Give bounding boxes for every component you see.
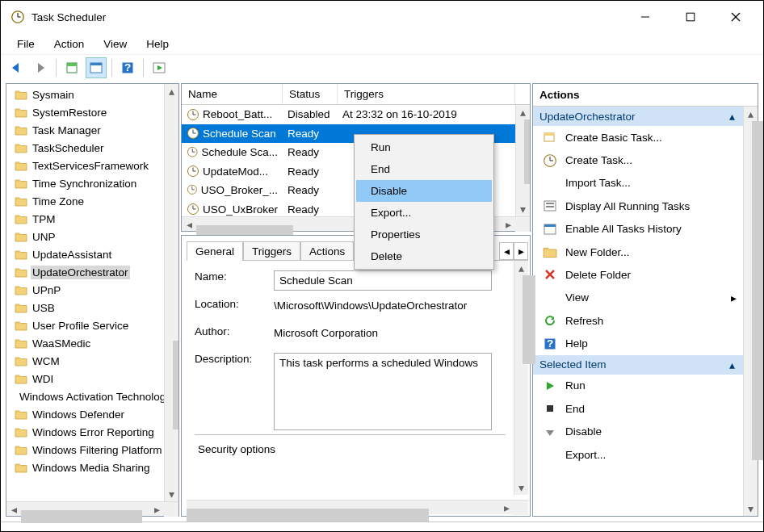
action-create-basic-task-[interactable]: Create Basic Task...	[533, 126, 743, 149]
tree-folder[interactable]: User Profile Service	[15, 316, 164, 334]
task-location-value: \Microsoft\Windows\UpdateOrchestrator	[274, 298, 467, 312]
scroll-down-icon[interactable]: ▾	[165, 487, 179, 501]
tree-folder[interactable]: TPM	[15, 210, 164, 228]
tree-folder[interactable]: Task Manager	[15, 121, 164, 139]
tree-folder[interactable]: SystemRestore	[15, 103, 164, 121]
scroll-up-icon[interactable]: ▴	[744, 107, 758, 121]
folder-tree[interactable]: SysmainSystemRestoreTask ManagerTaskSche…	[6, 84, 164, 501]
scroll-down-icon[interactable]: ▾	[514, 480, 529, 495]
action-enable-all-tasks-history[interactable]: Enable All Tasks History	[533, 218, 743, 241]
menu-help[interactable]: Help	[136, 36, 178, 52]
tree-folder[interactable]: Windows Defender	[15, 405, 164, 423]
tree-folder[interactable]: Windows Activation Technologies	[15, 387, 164, 405]
scroll-right-icon[interactable]: ▸	[149, 502, 164, 517]
tree-folder[interactable]: TextServicesFramework	[15, 157, 164, 174]
scroll-right-icon[interactable]: ▸	[499, 501, 514, 515]
forward-button[interactable]	[30, 57, 51, 78]
properties-button[interactable]	[61, 57, 82, 78]
tab-general[interactable]: General	[187, 241, 243, 261]
menu-view[interactable]: View	[94, 36, 136, 52]
tree-folder[interactable]: UpdateAssistant	[15, 245, 164, 263]
tab-triggers[interactable]: Triggers	[243, 241, 300, 261]
tree-folder[interactable]: Windows Error Reporting	[15, 423, 164, 441]
action-import-task-[interactable]: Import Task...	[533, 172, 743, 195]
action-icon	[543, 313, 557, 328]
action-end[interactable]: End	[533, 397, 743, 420]
tree-folder[interactable]: UpdateOrchestrator	[15, 263, 164, 281]
list-scrollbar-vertical[interactable]: ▴ ▾	[515, 105, 530, 216]
maximize-button[interactable]	[668, 2, 713, 32]
task-author-value: Microsoft Corporation	[274, 325, 378, 339]
tree-folder[interactable]: WCM	[15, 352, 164, 370]
tree-folder[interactable]: WaaSMedic	[15, 334, 164, 352]
scroll-up-icon[interactable]: ▴	[514, 261, 529, 275]
tree-folder[interactable]: Windows Filtering Platform	[15, 441, 164, 459]
folder-icon	[15, 444, 27, 455]
menubar: File Action View Help	[1, 33, 763, 54]
context-run[interactable]: Run	[356, 136, 492, 158]
close-button[interactable]	[713, 2, 758, 32]
svg-rect-9	[90, 63, 102, 65]
menu-file[interactable]: File	[7, 36, 44, 52]
back-button[interactable]	[6, 57, 27, 78]
scroll-right-icon[interactable]: ▸	[501, 217, 515, 232]
action-pane-toggle[interactable]	[86, 57, 107, 78]
tree-scrollbar-horizontal[interactable]: ◂ ▸	[6, 501, 178, 516]
action-disable[interactable]: Disable	[533, 421, 743, 443]
tree-folder[interactable]: TaskScheduler	[15, 139, 164, 157]
action-create-task-[interactable]: Create Task...	[533, 149, 743, 171]
tree-folder[interactable]: Time Synchronization	[15, 174, 164, 192]
action-export-[interactable]: Export...	[533, 443, 743, 466]
task-list-header: Name Status Triggers	[182, 84, 530, 105]
context-disable[interactable]: Disable	[356, 180, 492, 202]
tree-folder[interactable]: Time Zone	[15, 192, 164, 210]
tree-folder[interactable]: UPnP	[15, 281, 164, 299]
task-trigger: At 23:32 on 16-10-2019	[338, 108, 515, 120]
actions-scrollbar-vertical[interactable]: ▴ ▾	[743, 107, 758, 516]
context-end[interactable]: End	[356, 158, 492, 180]
details-scrollbar-vertical[interactable]: ▴ ▾	[514, 261, 528, 495]
action-new-folder-[interactable]: New Folder...	[533, 241, 743, 263]
tree-folder[interactable]: Windows Media Sharing	[15, 459, 164, 476]
column-name[interactable]: Name	[182, 84, 283, 104]
tab-scroll-left[interactable]: ◂	[499, 242, 514, 260]
task-row[interactable]: Reboot_Batt...DisabledAt 23:32 on 16-10-…	[182, 105, 515, 124]
action-delete-folder[interactable]: Delete Folder	[533, 263, 743, 286]
tree-label: Windows Filtering Platform	[31, 443, 164, 457]
tree-folder[interactable]: UNP	[15, 228, 164, 245]
column-triggers[interactable]: Triggers	[338, 84, 515, 104]
tab-scroll-right[interactable]: ▸	[514, 242, 528, 260]
actions-group-folder[interactable]: UpdateOrchestrator▴	[533, 107, 743, 126]
folder-icon	[15, 266, 27, 278]
scroll-left-icon[interactable]: ◂	[182, 217, 196, 232]
menu-action[interactable]: Action	[44, 36, 94, 52]
task-description-input[interactable]	[274, 353, 492, 430]
task-name-input[interactable]	[274, 270, 492, 291]
column-status[interactable]: Status	[283, 84, 338, 104]
scroll-down-icon[interactable]: ▾	[744, 501, 758, 516]
help-button[interactable]: ?	[117, 57, 138, 78]
action-run[interactable]: Run	[533, 375, 743, 397]
action-display-all-running-tasks[interactable]: Display All Running Tasks	[533, 195, 743, 217]
tab-actions[interactable]: Actions	[300, 241, 354, 261]
action-view[interactable]: View▸	[533, 287, 743, 309]
tree-scrollbar-vertical[interactable]: ▴ ▾	[164, 84, 178, 501]
run-button[interactable]	[149, 57, 170, 78]
scroll-left-icon[interactable]: ◂	[6, 502, 21, 517]
scroll-down-icon[interactable]: ▾	[516, 202, 531, 216]
scroll-up-icon[interactable]: ▴	[165, 84, 179, 98]
scroll-up-icon[interactable]: ▴	[516, 105, 531, 119]
actions-group-selected[interactable]: Selected Item▴	[533, 355, 743, 375]
tree-folder[interactable]: USB	[15, 299, 164, 316]
context-export-[interactable]: Export...	[356, 202, 492, 224]
action-refresh[interactable]: Refresh	[533, 309, 743, 332]
details-scrollbar-horizontal[interactable]: ▸	[187, 500, 528, 514]
action-icon	[543, 401, 557, 416]
minimize-button[interactable]	[623, 2, 668, 32]
tree-folder[interactable]: WDI	[15, 370, 164, 387]
context-properties[interactable]: Properties	[356, 224, 492, 245]
tree-folder[interactable]: Sysmain	[15, 86, 164, 103]
action-label: Disable	[565, 425, 602, 438]
context-delete[interactable]: Delete	[356, 245, 492, 267]
action-help[interactable]: ?Help	[533, 332, 743, 354]
